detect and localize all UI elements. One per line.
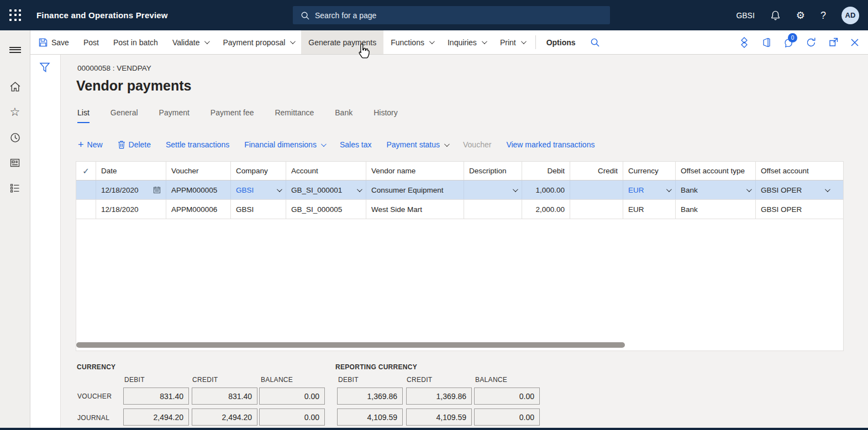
vendor-name-cell[interactable]: West Side Mart: [366, 200, 464, 219]
bell-icon[interactable]: [770, 10, 781, 21]
select-all-checkbox[interactable]: ✓: [76, 162, 96, 180]
column-header-description[interactable]: Description: [464, 162, 522, 180]
tab-remittance[interactable]: Remittance: [275, 108, 314, 123]
page-search-input[interactable]: Search for a page: [293, 6, 610, 24]
sales-tax-button[interactable]: Sales tax: [340, 140, 372, 149]
credit-cell[interactable]: [570, 200, 623, 219]
currency-cell[interactable]: EUR: [623, 200, 676, 219]
reporting-voucher-debit-field: 1,369.86: [337, 387, 403, 405]
hamburger-menu-icon[interactable]: [0, 37, 30, 62]
tab-general[interactable]: General: [111, 108, 138, 123]
refresh-icon[interactable]: [806, 37, 817, 48]
chevron-down-icon[interactable]: [357, 187, 362, 192]
column-header-currency[interactable]: Currency: [623, 162, 676, 180]
table-row[interactable]: 12/18/2020 APPM000006 GBSI GB_SI_000005 …: [76, 200, 843, 219]
divider: [535, 35, 536, 49]
column-header-company[interactable]: Company: [231, 162, 286, 180]
scrollbar-thumb[interactable]: [76, 342, 625, 348]
row-checkbox[interactable]: [76, 200, 96, 219]
save-button[interactable]: Save: [31, 30, 76, 54]
actionbar-search-button[interactable]: [583, 30, 607, 54]
chevron-down-icon[interactable]: [513, 187, 518, 192]
view-marked-transactions-button[interactable]: View marked transactions: [506, 140, 595, 149]
generate-payments-button[interactable]: Generate payments: [301, 30, 383, 54]
search-icon: [590, 38, 599, 47]
new-button[interactable]: +New: [78, 140, 103, 149]
modules-list-icon[interactable]: [0, 176, 30, 201]
tab-history[interactable]: History: [373, 108, 398, 123]
offset-account-cell[interactable]: GBSI OPER: [756, 200, 834, 219]
favorites-star-icon[interactable]: ☆: [0, 99, 30, 125]
payment-status-menu[interactable]: Payment status: [387, 140, 449, 149]
date-cell[interactable]: 12/18/2020: [96, 200, 166, 219]
account-cell[interactable]: GB_SI_000001: [286, 181, 366, 199]
account-cell[interactable]: GB_SI_000005: [286, 200, 366, 219]
functions-menu[interactable]: Functions: [383, 30, 440, 54]
description-cell[interactable]: [464, 200, 522, 219]
inquiries-menu[interactable]: Inquiries: [440, 30, 493, 54]
horizontal-scrollbar[interactable]: [76, 342, 843, 348]
gear-icon[interactable]: ⚙: [796, 10, 805, 20]
personalize-diamonds-icon[interactable]: [739, 37, 750, 48]
column-header-debit[interactable]: Debit: [522, 162, 570, 180]
company-cell[interactable]: GBSI: [231, 181, 286, 199]
tab-payment[interactable]: Payment: [159, 108, 190, 123]
office-apps-icon[interactable]: [761, 38, 771, 47]
offset-account-type-cell[interactable]: Bank: [676, 200, 756, 219]
payment-proposal-menu[interactable]: Payment proposal: [215, 30, 301, 54]
grid-toolbar: +New Delete Settle transactions Financia…: [78, 140, 595, 149]
column-header-credit[interactable]: Credit: [570, 162, 623, 180]
debit-cell[interactable]: 1,000.00: [522, 181, 570, 199]
chevron-down-icon[interactable]: [746, 187, 752, 192]
action-center-button[interactable]: 0: [783, 37, 794, 48]
filter-funnel-icon[interactable]: [39, 62, 50, 73]
tab-list[interactable]: List: [77, 108, 90, 123]
post-button[interactable]: Post: [76, 30, 106, 54]
settle-transactions-button[interactable]: Settle transactions: [166, 140, 229, 149]
tab-bank[interactable]: Bank: [335, 108, 353, 123]
top-navigation-bar: Finance and Operations Preview Search fo…: [0, 0, 868, 30]
date-cell[interactable]: 12/18/2020: [96, 181, 166, 199]
column-header-account[interactable]: Account: [286, 162, 366, 180]
currency-cell[interactable]: EUR: [623, 181, 676, 199]
delete-button[interactable]: Delete: [118, 140, 151, 149]
financial-dimensions-menu[interactable]: Financial dimensions: [244, 140, 325, 149]
voucher-cell[interactable]: APPM000005: [166, 181, 231, 199]
post-in-batch-button[interactable]: Post in batch: [106, 30, 165, 54]
company-cell[interactable]: GBSI: [231, 200, 286, 219]
offset-account-cell[interactable]: GBSI OPER: [756, 181, 834, 199]
column-header-vendor-name[interactable]: Vendor name: [366, 162, 464, 180]
column-header-offset-account-type[interactable]: Offset account type: [676, 162, 756, 180]
recent-clock-icon[interactable]: [0, 125, 30, 150]
calendar-icon[interactable]: [153, 186, 161, 194]
table-row-selected[interactable]: 12/18/2020 APPM000005 GBSI GB_SI_000001 …: [76, 181, 843, 200]
company-selector[interactable]: GBSI: [736, 11, 754, 20]
help-icon[interactable]: ?: [820, 10, 826, 20]
tab-payment-fee[interactable]: Payment fee: [211, 108, 254, 123]
description-cell[interactable]: [464, 181, 522, 199]
options-tab[interactable]: Options: [539, 30, 583, 54]
user-avatar[interactable]: AD: [841, 7, 859, 24]
close-icon[interactable]: [850, 38, 859, 47]
offset-account-type-cell[interactable]: Bank: [676, 181, 756, 199]
validate-menu[interactable]: Validate: [165, 30, 216, 54]
column-header-voucher[interactable]: Voucher: [166, 162, 231, 180]
voucher-cell[interactable]: APPM000006: [166, 200, 231, 219]
chevron-down-icon[interactable]: [825, 187, 830, 192]
open-in-new-window-icon[interactable]: [828, 37, 839, 47]
print-menu[interactable]: Print: [493, 30, 532, 54]
app-launcher-waffle-icon[interactable]: [9, 9, 22, 22]
reporting-credit-header: CREDIT: [407, 376, 432, 384]
worksheet-form-icon[interactable]: [0, 150, 30, 176]
chevron-down-icon: [321, 141, 327, 147]
chevron-down-icon[interactable]: [277, 187, 282, 192]
debit-cell[interactable]: 2,000.00: [522, 200, 570, 219]
column-header-date[interactable]: Date: [96, 162, 166, 180]
chevron-down-icon[interactable]: [666, 187, 672, 192]
save-icon: [39, 38, 48, 47]
home-icon[interactable]: [0, 74, 30, 99]
column-header-offset-account[interactable]: Offset account: [756, 162, 834, 180]
credit-cell[interactable]: [570, 181, 623, 199]
vendor-name-cell[interactable]: Consumer Equipment: [366, 181, 464, 199]
row-checkbox[interactable]: [76, 181, 96, 199]
